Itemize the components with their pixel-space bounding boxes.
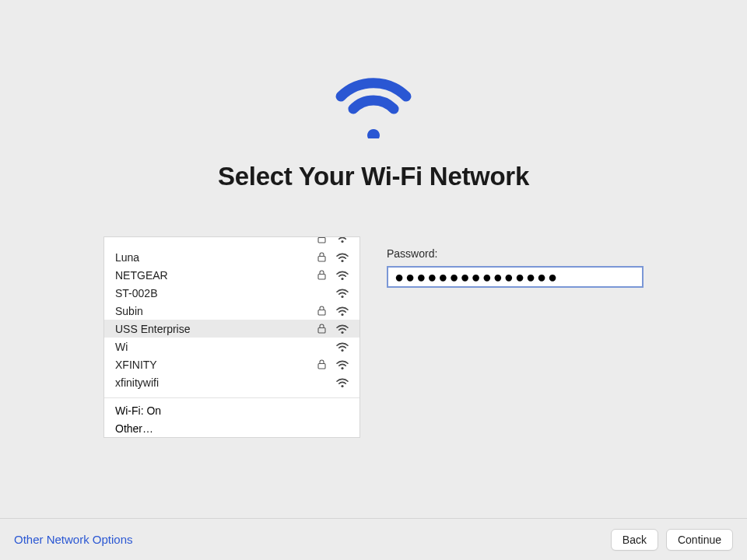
network-name: HOME xyxy=(115,237,314,240)
network-list[interactable]: HOMELunaNETGEARST-002BSubinUSS Enterpris… xyxy=(104,237,359,391)
password-label: Password: xyxy=(387,247,644,260)
wifi-status: Wi-Fi: On xyxy=(104,401,359,419)
network-item[interactable]: Luna xyxy=(104,248,359,266)
wifi-signal-icon xyxy=(333,306,352,317)
lock-icon xyxy=(314,252,328,262)
svg-rect-0 xyxy=(318,238,325,243)
svg-point-8 xyxy=(341,313,343,315)
svg-point-10 xyxy=(341,331,343,333)
lock-icon xyxy=(314,324,328,334)
wifi-signal-icon xyxy=(333,270,352,281)
svg-point-1 xyxy=(341,240,343,243)
other-network-options-link[interactable]: Other Network Options xyxy=(14,533,133,546)
lock-icon xyxy=(314,359,328,369)
network-item[interactable]: Wi xyxy=(104,338,359,355)
network-item[interactable]: NETGEAR xyxy=(104,266,359,284)
wifi-signal-icon xyxy=(333,252,352,263)
password-input[interactable] xyxy=(387,266,644,288)
divider xyxy=(104,397,359,398)
svg-point-11 xyxy=(341,348,343,351)
network-name: Luna xyxy=(115,251,314,264)
network-list-panel: HOMELunaNETGEARST-002BSubinUSS Enterpris… xyxy=(103,236,360,438)
continue-button[interactable]: Continue xyxy=(666,529,733,551)
network-name: XFINITY xyxy=(115,359,314,371)
back-button[interactable]: Back xyxy=(611,529,658,551)
wifi-icon xyxy=(327,68,420,138)
svg-rect-4 xyxy=(318,275,325,280)
page-title: Select Your Wi-Fi Network xyxy=(218,162,529,191)
wifi-signal-icon xyxy=(333,237,352,243)
network-item[interactable]: XFINITY xyxy=(104,355,359,373)
svg-rect-12 xyxy=(318,364,325,369)
network-name: xfinitywifi xyxy=(115,376,314,389)
footer-bar: Other Network Options Back Continue xyxy=(0,518,747,560)
svg-point-5 xyxy=(341,277,343,279)
network-item[interactable]: xfinitywifi xyxy=(104,373,359,391)
svg-point-14 xyxy=(341,384,343,387)
svg-rect-2 xyxy=(318,257,325,262)
other-network-item[interactable]: Other… xyxy=(104,419,359,437)
network-name: USS Enterprise xyxy=(115,323,314,335)
network-item[interactable]: Subin xyxy=(104,302,359,320)
wifi-signal-icon xyxy=(333,324,352,334)
wifi-signal-icon xyxy=(333,377,352,388)
network-name: Subin xyxy=(115,305,314,317)
wifi-signal-icon xyxy=(333,288,352,299)
svg-point-6 xyxy=(341,295,343,297)
svg-rect-7 xyxy=(318,310,325,316)
network-name: ST-002B xyxy=(115,287,314,299)
wifi-signal-icon xyxy=(333,359,352,370)
wifi-signal-icon xyxy=(333,341,352,352)
network-name: NETGEAR xyxy=(115,269,314,282)
lock-icon xyxy=(314,270,328,280)
lock-icon xyxy=(314,306,328,316)
network-item[interactable]: USS Enterprise xyxy=(104,320,359,338)
network-name: Wi xyxy=(115,341,314,353)
svg-point-3 xyxy=(341,259,343,261)
svg-rect-9 xyxy=(318,328,325,334)
svg-point-13 xyxy=(341,366,343,369)
network-item[interactable]: ST-002B xyxy=(104,284,359,302)
network-item[interactable]: HOME xyxy=(104,237,359,248)
lock-icon xyxy=(314,237,328,243)
